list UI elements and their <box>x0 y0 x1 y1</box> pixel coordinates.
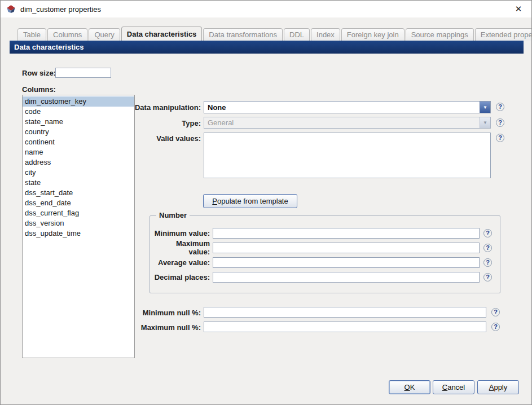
help-icon-type[interactable]: ? <box>496 118 504 127</box>
help-icon-number-field[interactable]: ? <box>483 273 492 281</box>
tab[interactable]: Foreign key join <box>341 28 405 41</box>
help-icon-valid-values[interactable]: ? <box>496 134 504 142</box>
column-list-item[interactable]: dss_update_time <box>23 228 134 239</box>
valid-values-textarea[interactable] <box>204 133 491 178</box>
type-value: General <box>204 117 480 128</box>
type-label: Type: <box>116 119 201 127</box>
data-manipulation-label: Data manipulation: <box>116 103 201 112</box>
number-group-title: Number <box>156 211 190 219</box>
column-list-item[interactable]: dss_end_date <box>23 198 134 208</box>
number-field-label: Decimal places: <box>153 273 210 281</box>
tab[interactable]: Source mappings <box>406 28 474 41</box>
type-combo[interactable]: General ▼ <box>204 117 491 129</box>
column-list-item[interactable]: state <box>23 178 134 188</box>
tab[interactable]: Data characteristics <box>121 27 203 41</box>
number-field-row: Maximum value: ? <box>150 240 500 255</box>
maximum-null-input[interactable] <box>204 322 486 332</box>
column-list-item[interactable]: name <box>23 147 134 157</box>
tab[interactable]: Index <box>311 28 340 41</box>
window-title: dim_customer properties <box>20 5 101 14</box>
tab[interactable]: DDL <box>284 28 310 41</box>
number-group-rows: Minimum value: ? Maximum value: ? Averag… <box>150 226 500 284</box>
populate-from-template-button[interactable]: Populate from template <box>203 194 297 208</box>
number-field-input[interactable] <box>213 228 480 239</box>
column-list-item[interactable]: dss_start_date <box>23 188 134 198</box>
apply-button[interactable]: Apply <box>477 380 519 394</box>
column-list-item[interactable]: dss_current_flag <box>23 208 134 218</box>
columns-label: Columns: <box>22 85 56 94</box>
tab-bar: Table Columns Query Data characteristics… <box>17 27 526 41</box>
row-size-label: Row size: <box>22 69 56 77</box>
section-header: Data characteristics <box>10 41 524 54</box>
number-field-row: Minimum value: ? <box>150 226 500 240</box>
section-title: Data characteristics <box>14 43 84 51</box>
help-icon-maximum-null[interactable]: ? <box>491 323 500 331</box>
tab[interactable]: Columns <box>47 28 87 41</box>
number-field-row: Average value: ? <box>150 255 500 270</box>
column-list-item[interactable]: address <box>23 157 134 168</box>
help-icon-minimum-null[interactable]: ? <box>491 308 500 316</box>
tab[interactable]: Table <box>17 28 46 41</box>
cancel-button[interactable]: Cancel <box>433 380 474 394</box>
chevron-down-icon[interactable]: ▼ <box>480 102 490 113</box>
column-list-item[interactable]: dss_version <box>23 218 134 228</box>
number-field-input[interactable] <box>213 243 480 253</box>
number-groupbox: Number Minimum value: ? Maximum value: ?… <box>150 215 500 293</box>
help-icon-number-field[interactable]: ? <box>483 244 492 252</box>
data-manipulation-combo[interactable]: None ▼ <box>204 101 491 113</box>
number-field-row: Decimal places: ? <box>150 270 500 284</box>
tab[interactable]: Data transformations <box>203 28 283 41</box>
close-icon[interactable]: ✕ <box>512 4 525 14</box>
column-list-item[interactable]: city <box>23 168 134 178</box>
help-icon-data-manipulation[interactable]: ? <box>496 103 504 111</box>
valid-values-label: Valid values: <box>116 134 201 143</box>
number-field-label: Minimum value: <box>153 229 210 237</box>
tab[interactable]: Extended properties <box>475 28 532 41</box>
minimum-null-input[interactable] <box>204 307 486 318</box>
title-bar: dim_customer properties ✕ <box>1 1 531 17</box>
number-field-input[interactable] <box>213 257 480 268</box>
properties-dialog: dim_customer properties ✕ Table Columns … <box>0 0 532 405</box>
minimum-null-label: Minimum null %: <box>116 309 201 317</box>
tab[interactable]: Query <box>89 28 120 41</box>
row-size-input[interactable] <box>55 68 111 78</box>
maximum-null-label: Maximum null %: <box>116 323 201 332</box>
help-icon-number-field[interactable]: ? <box>483 229 492 237</box>
help-icon-number-field[interactable]: ? <box>483 258 492 267</box>
number-field-label: Average value: <box>153 258 210 267</box>
number-field-input[interactable] <box>213 272 480 283</box>
data-manipulation-value: None <box>204 102 480 113</box>
chevron-down-icon: ▼ <box>480 117 490 128</box>
number-field-label: Maximum value: <box>153 239 210 256</box>
ok-button[interactable]: OK <box>389 380 430 394</box>
app-icon <box>6 5 16 14</box>
